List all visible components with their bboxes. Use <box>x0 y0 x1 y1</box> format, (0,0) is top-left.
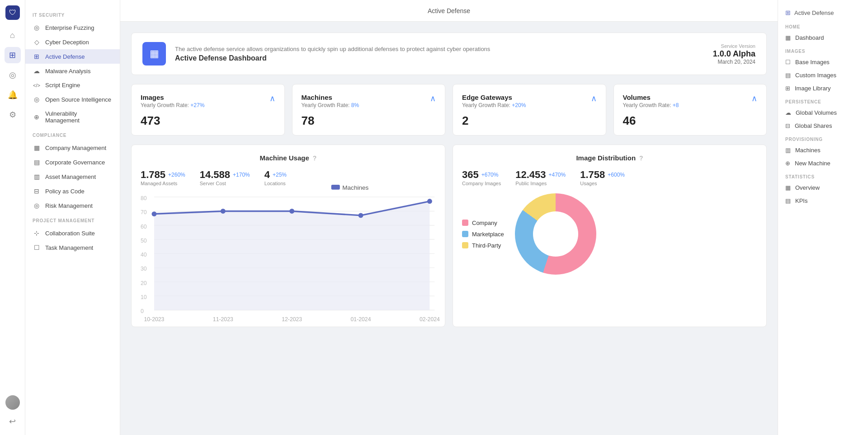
task-mgmt-icon: ☐ <box>33 244 41 251</box>
sidebar-item-script-engine[interactable]: </> Script Engine <box>25 78 120 92</box>
logout-icon[interactable]: ↩ <box>5 413 21 430</box>
sidebar-item-collaboration-suite[interactable]: ⊹ Collaboration Suite <box>25 226 120 240</box>
right-sidebar-title: Active Defense <box>794 9 834 16</box>
svg-text:80: 80 <box>141 195 147 201</box>
svg-point-27 <box>359 213 363 218</box>
company-images-growth: +670% <box>481 172 499 178</box>
legend-label-marketplace: Marketplace <box>472 231 504 238</box>
bell-nav-icon[interactable]: 🔔 <box>5 87 21 103</box>
overview-rs-icon: ▦ <box>785 184 791 191</box>
sidebar-item-company-management[interactable]: ▦ Company Management <box>25 140 120 155</box>
rs-item-global-shares[interactable]: ⊟ Global Shares <box>778 119 868 132</box>
image-distribution-title: Image Distribution ? <box>462 154 757 162</box>
sidebar-label-risk-mgmt: Risk Management <box>45 202 93 209</box>
server-cost-label: Server Cost <box>200 181 250 186</box>
content-area: ▦ The active defense service allows orga… <box>120 22 778 435</box>
sidebar-label-cyber-deception: Cyber Deception <box>45 39 89 46</box>
sidebar-item-task-management[interactable]: ☐ Task Management <box>25 240 120 255</box>
rs-label-machines: Machines <box>795 147 821 154</box>
managed-assets-growth: +260% <box>168 172 185 178</box>
grid-nav-icon[interactable]: ⊞ <box>5 47 21 63</box>
chevron-up-machines[interactable]: ∧ <box>430 94 436 103</box>
dashboard-description: The active defense service allows organi… <box>175 46 704 52</box>
svg-text:10-2023: 10-2023 <box>144 316 164 323</box>
svg-point-26 <box>289 209 294 214</box>
stat-value-images: 473 <box>141 114 275 128</box>
sidebar-item-vulnerability-management[interactable]: ⊕ Vulnerability Management <box>25 107 120 127</box>
svg-text:70: 70 <box>141 209 147 215</box>
activity-nav-icon[interactable]: ◎ <box>5 67 21 83</box>
home-nav-icon[interactable]: ⌂ <box>5 27 21 43</box>
policy-code-icon: ⊟ <box>33 187 41 195</box>
chevron-up-volumes[interactable]: ∧ <box>751 94 757 103</box>
machine-usage-help-icon[interactable]: ? <box>313 154 317 162</box>
rs-item-overview[interactable]: ▦ Overview <box>778 181 868 194</box>
cyber-deception-icon: ◇ <box>33 38 41 46</box>
chevron-up-edge[interactable]: ∧ <box>591 94 597 103</box>
collab-suite-icon: ⊹ <box>33 229 41 237</box>
rs-item-custom-images[interactable]: ▤ Custom Images <box>778 69 868 82</box>
top-bar: Active Defense <box>120 0 778 22</box>
sidebar-item-risk-management[interactable]: ◎ Risk Management <box>25 198 120 213</box>
legend-label-company: Company <box>472 220 497 226</box>
rs-item-new-machine[interactable]: ⊕ New Machine <box>778 157 868 170</box>
user-avatar[interactable] <box>5 395 20 410</box>
sidebar-item-corporate-governance[interactable]: ▤ Corporate Governance <box>25 155 120 169</box>
svg-text:0: 0 <box>141 308 144 314</box>
chevron-up-images[interactable]: ∧ <box>269 94 275 103</box>
sidebar-item-cyber-deception[interactable]: ◇ Cyber Deception <box>25 35 120 49</box>
section-label-project-mgmt: PROJECT MANAGEMENT <box>25 213 120 226</box>
rs-item-global-volumes[interactable]: ☁ Global Volumes <box>778 106 868 119</box>
company-images-label: Company Images <box>462 181 501 186</box>
usages-growth: +600% <box>608 172 625 178</box>
script-engine-icon: </> <box>33 83 41 88</box>
dashboard-header-card: ▦ The active defense service allows orga… <box>131 33 767 75</box>
stat-label-edge: Edge Gateways <box>462 94 526 101</box>
sidebar-label-script-engine: Script Engine <box>45 82 80 89</box>
image-distribution-stats: 365 +670% Company Images 12.453 +470% Pu… <box>462 169 757 186</box>
sidebar-item-active-defense[interactable]: ⊞ Active Defense <box>25 49 120 64</box>
asset-mgmt-icon: ▥ <box>33 173 41 180</box>
sidebar-item-malware-analysis[interactable]: ☁ Malware Analysis <box>25 64 120 78</box>
right-sidebar-icon: ⊞ <box>785 9 791 16</box>
rs-section-images: IMAGES <box>778 44 868 56</box>
rs-item-kpis[interactable]: ▤ KPIs <box>778 194 868 207</box>
sidebar-item-policy-as-code[interactable]: ⊟ Policy as Code <box>25 184 120 198</box>
locations-value: 4 <box>264 169 270 181</box>
dashboard-rs-icon: ▦ <box>785 34 791 41</box>
sidebar-label-collab-suite: Collaboration Suite <box>45 230 95 237</box>
server-cost-value: 14.588 <box>200 169 230 181</box>
machine-usage-card: Machine Usage ? 1.785 +260% Managed Asse… <box>131 145 445 327</box>
stat-card-machines: Machines Yearly Growth Rate: 8% ∧ 78 <box>292 84 446 136</box>
machines-rs-icon: ▥ <box>785 147 791 154</box>
global-shares-rs-icon: ⊟ <box>785 122 790 129</box>
section-label-compliance: COMPLIANCE <box>25 127 120 140</box>
rs-label-kpis: KPIs <box>795 197 807 204</box>
rs-item-base-images[interactable]: ☐ Base Images <box>778 56 868 69</box>
stat-value-edge: 2 <box>462 114 597 128</box>
rs-label-new-machine: New Machine <box>795 160 830 167</box>
svg-text:30: 30 <box>141 266 147 272</box>
machine-usage-title: Machine Usage ? <box>141 154 436 162</box>
rs-label-dashboard: Dashboard <box>795 34 824 41</box>
rs-item-image-library[interactable]: ⊞ Image Library <box>778 82 868 95</box>
main-content: Active Defense ▦ The active defense serv… <box>120 0 778 435</box>
sidebar-item-enterprise-fuzzing[interactable]: ◎ Enterprise Fuzzing <box>25 20 120 35</box>
rs-item-machines[interactable]: ▥ Machines <box>778 144 868 157</box>
rs-item-dashboard[interactable]: ▦ Dashboard <box>778 31 868 44</box>
gear-nav-icon[interactable]: ⚙ <box>5 107 21 123</box>
sidebar-label-malware-analysis: Malware Analysis <box>45 68 90 75</box>
dashboard-title-block: The active defense service allows organi… <box>175 46 704 62</box>
active-defense-icon: ⊞ <box>33 53 41 60</box>
global-volumes-rs-icon: ☁ <box>785 109 791 116</box>
svg-text:60: 60 <box>141 224 147 230</box>
rs-label-global-shares: Global Shares <box>795 122 832 129</box>
line-chart-svg: 0 10 20 30 40 50 60 70 80 <box>141 193 436 316</box>
rs-label-custom-images: Custom Images <box>795 72 836 79</box>
server-cost-stat: 14.588 +170% Server Cost <box>200 169 250 186</box>
image-distribution-help-icon[interactable]: ? <box>639 154 643 162</box>
sidebar-item-open-source-intelligence[interactable]: ◎ Open Source Intelligence <box>25 92 120 107</box>
app-logo: 🛡 <box>5 5 20 20</box>
sidebar-item-asset-management[interactable]: ▥ Asset Management <box>25 169 120 184</box>
image-library-rs-icon: ⊞ <box>785 85 790 92</box>
